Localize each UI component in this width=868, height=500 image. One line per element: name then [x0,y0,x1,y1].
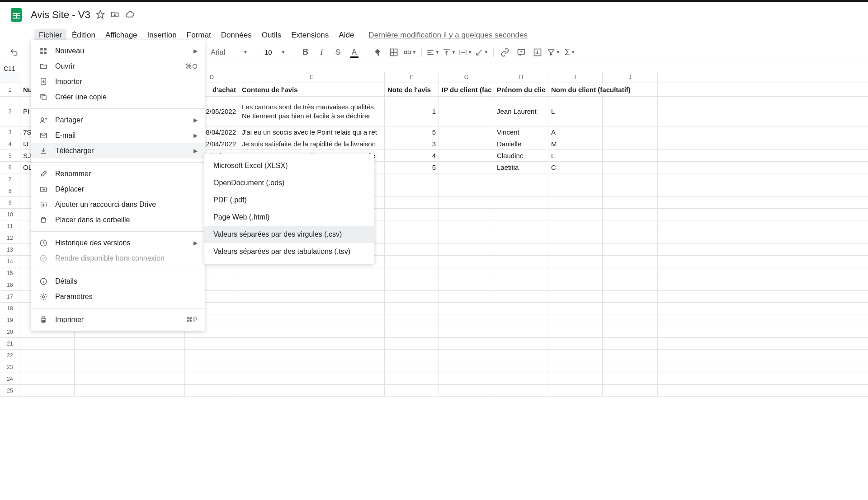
cell[interactable] [239,373,385,384]
cell[interactable] [548,220,603,232]
cell[interactable] [548,256,603,267]
cell[interactable] [494,197,548,208]
cell[interactable]: M [548,138,603,150]
cell[interactable] [385,291,439,302]
filter-button[interactable]: ▼ [547,46,561,59]
col-g[interactable]: G [439,72,494,83]
cell[interactable] [239,291,385,302]
cell[interactable] [548,314,603,326]
menu-corbeille[interactable]: Placer dans la corbeille [31,212,205,228]
cell[interactable] [20,373,75,384]
cell[interactable] [239,385,385,396]
cell[interactable] [603,97,658,126]
chart-button[interactable] [531,46,544,59]
cell[interactable] [239,350,385,361]
row-header[interactable]: 22 [0,350,20,361]
cell[interactable] [548,338,603,349]
doc-title[interactable]: Avis Site - V3 [31,9,90,21]
cell[interactable]: Nom du client (facultatif) [548,83,658,96]
cell[interactable]: Prénom du clie [494,83,548,96]
cell[interactable] [239,279,385,290]
cell[interactable] [385,267,439,279]
valign-button[interactable]: ▼ [443,46,456,59]
cell[interactable]: Claudine [494,150,548,161]
cell[interactable] [603,185,658,196]
menu-details[interactable]: Détails [31,274,205,289]
cell[interactable]: Danielle [494,138,548,150]
row-header[interactable]: 20 [0,326,20,337]
cell[interactable] [548,361,603,373]
cell[interactable] [603,350,658,361]
cell[interactable] [494,350,548,361]
bold-button[interactable]: B [299,46,312,59]
row-header[interactable]: 10 [0,209,20,220]
row-header[interactable]: 17 [0,291,20,302]
cell[interactable] [439,303,494,314]
row-header[interactable]: 1 [0,83,20,96]
cell[interactable] [603,244,658,255]
cell[interactable] [239,338,385,349]
row-header[interactable]: 3 [0,126,20,138]
cell[interactable] [385,244,439,255]
cell[interactable] [20,385,75,396]
cell[interactable] [385,185,439,196]
menu-parametres[interactable]: Paramètres [31,289,205,304]
row-header[interactable]: 13 [0,244,20,255]
cell[interactable] [385,361,439,373]
cell[interactable] [20,338,75,349]
comment-button[interactable] [514,46,528,59]
cell[interactable] [185,350,239,361]
row-header[interactable]: 21 [0,338,20,349]
cell[interactable] [603,314,658,326]
row-header[interactable]: 11 [0,220,20,232]
menu-email[interactable]: E-mail ▶ [31,128,205,143]
download-xlsx[interactable]: Microsoft Excel (XLSX) [204,157,374,174]
merge-button[interactable]: ▼ [403,46,417,59]
sheets-logo[interactable] [7,6,25,24]
row-header[interactable]: 6 [0,162,20,173]
download-ods[interactable]: OpenDocument (.ods) [204,174,374,192]
cell[interactable] [603,150,658,161]
cell[interactable] [385,350,439,361]
cell[interactable] [75,361,185,373]
cell[interactable] [385,314,439,326]
cell[interactable] [548,350,603,361]
fill-color-button[interactable] [371,46,384,59]
cell[interactable] [385,173,439,185]
cell[interactable] [548,385,603,396]
wrap-button[interactable]: ▼ [459,46,472,59]
cell[interactable] [548,267,603,279]
cell[interactable]: 4 [385,150,439,161]
cell[interactable] [548,279,603,290]
col-i[interactable]: I [548,72,603,83]
cell[interactable] [239,303,385,314]
cell[interactable] [603,303,658,314]
cell[interactable] [603,291,658,302]
cell[interactable] [439,150,494,161]
cell[interactable]: Vincent [494,126,548,138]
col-h[interactable]: H [494,72,548,83]
row-header[interactable]: 7 [0,173,20,185]
cell[interactable]: A [548,126,603,138]
select-all-corner[interactable] [0,72,20,83]
cell[interactable] [494,232,548,243]
cell[interactable] [494,303,548,314]
menu-renommer[interactable]: Renommer [31,166,205,182]
cell[interactable] [603,338,658,349]
cell[interactable]: Jean Laurent [494,97,548,126]
cell[interactable] [75,350,185,361]
download-html[interactable]: Page Web (.html) [204,209,374,226]
cell[interactable]: C [548,162,603,173]
font-size-select[interactable]: 10▼ [261,47,289,58]
menu-donnees[interactable]: Données [217,29,256,42]
cell[interactable] [385,303,439,314]
cell[interactable] [439,361,494,373]
row-header[interactable]: 5 [0,150,20,161]
cell[interactable] [603,385,658,396]
col-e[interactable]: E [239,72,385,83]
col-f[interactable]: F [385,72,439,83]
rotate-button[interactable]: ▼ [475,46,489,59]
col-j[interactable]: J [603,72,658,83]
cell[interactable] [75,373,185,384]
link-button[interactable] [498,46,512,59]
